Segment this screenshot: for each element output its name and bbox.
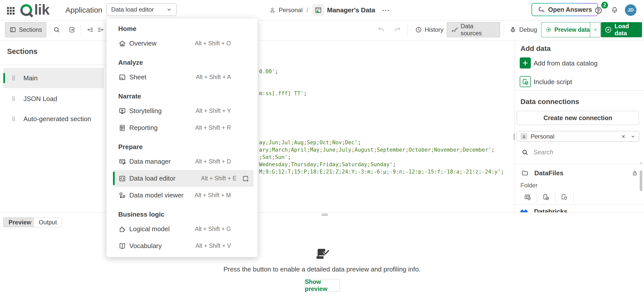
navigation-menu: HomeOverviewAlt + Shift + OAnalyzeSheetA… bbox=[106, 18, 258, 257]
menu-item-data-model-viewer[interactable]: Data model viewerAlt + Shift + M bbox=[113, 187, 254, 204]
section-item-label: Main bbox=[23, 74, 37, 82]
include-script-label[interactable]: Include script bbox=[534, 78, 572, 86]
undo-button[interactable] bbox=[376, 24, 386, 35]
editor-toolbar: Sections History Data sources Debug Prev… bbox=[0, 20, 644, 41]
breadcrumb-overflow-button[interactable]: ⋯ bbox=[382, 6, 390, 15]
comment-button[interactable] bbox=[67, 24, 77, 35]
show-preview-button[interactable]: Show preview bbox=[305, 279, 340, 292]
panel-divider bbox=[515, 90, 644, 91]
indent-button[interactable] bbox=[85, 24, 95, 35]
create-connection-button[interactable]: Create new connection bbox=[517, 111, 639, 125]
menu-item-sheet[interactable]: SheetAlt + Shift + A bbox=[113, 69, 254, 86]
preview-data-button[interactable]: Preview data bbox=[541, 22, 601, 37]
data-manager-icon bbox=[118, 158, 126, 166]
open-new-tab-icon[interactable] bbox=[242, 175, 249, 182]
scroll-up-icon[interactable] bbox=[639, 161, 643, 165]
menu-item-label: Overview bbox=[129, 40, 156, 47]
notifications-button[interactable] bbox=[611, 6, 619, 14]
app-doc-icon bbox=[314, 6, 322, 14]
bug-icon bbox=[509, 26, 517, 33]
section-item-label: Auto-generated section bbox=[23, 115, 91, 123]
top-bar: lik Application Data load editor Persona… bbox=[0, 0, 644, 20]
menu-item-storytelling[interactable]: StorytellingAlt + Shift + Y bbox=[113, 103, 254, 119]
section-item-json-load[interactable]: JSON Load bbox=[3, 89, 104, 109]
menu-item-label: Vocabulary bbox=[129, 242, 162, 250]
clear-filter-icon[interactable] bbox=[621, 134, 626, 139]
active-indicator bbox=[3, 73, 5, 83]
menu-item-label: Reporting bbox=[129, 124, 158, 132]
menu-item-label: Logical model bbox=[129, 225, 170, 233]
code-line: 0.00'; bbox=[259, 68, 278, 75]
menu-item-data-load-editor[interactable]: Data load editorAlt + Shift + E bbox=[113, 170, 254, 187]
redo-button[interactable] bbox=[392, 24, 403, 35]
add-from-catalog-label[interactable]: Add from data catalog bbox=[534, 59, 597, 67]
search-button[interactable] bbox=[51, 24, 62, 35]
drag-handle-icon[interactable] bbox=[11, 96, 17, 102]
menu-item-reporting[interactable]: ReportingAlt + Shift + R bbox=[113, 119, 254, 136]
data-model-icon bbox=[118, 191, 126, 199]
load-data-button[interactable]: Load data bbox=[601, 22, 642, 37]
scrollbar-thumb[interactable] bbox=[640, 170, 642, 191]
add-from-catalog-button[interactable] bbox=[520, 57, 531, 69]
script-refresh-icon[interactable] bbox=[555, 193, 573, 201]
chevron-down-icon[interactable] bbox=[630, 134, 635, 139]
sidebar-divider bbox=[0, 65, 107, 65]
menu-section-header: Analyze bbox=[106, 56, 258, 69]
preview-message: Press the button to enable a detailed da… bbox=[0, 265, 644, 273]
table-check-icon[interactable] bbox=[518, 193, 537, 201]
help-button[interactable] bbox=[594, 6, 603, 15]
include-script-button[interactable] bbox=[520, 76, 531, 87]
connection-item-databricks[interactable]: Databricks bbox=[515, 206, 638, 212]
connections-scrollbar[interactable] bbox=[640, 165, 642, 212]
person-icon bbox=[522, 134, 526, 139]
tab-preview[interactable]: Preview bbox=[3, 218, 37, 227]
avatar[interactable]: JD bbox=[625, 4, 636, 16]
open-answers-button[interactable]: Open Answers bbox=[532, 3, 598, 16]
add-data-panel: Add data Add from data catalog Include s… bbox=[515, 41, 644, 212]
lock-icon bbox=[631, 170, 638, 177]
connection-search[interactable] bbox=[521, 147, 632, 157]
logical-model-icon bbox=[118, 225, 126, 233]
menu-item-shortcut: Alt + Shift + R bbox=[195, 124, 231, 131]
script-check-icon[interactable] bbox=[537, 193, 555, 201]
splitter-handle[interactable] bbox=[322, 214, 328, 216]
menu-item-shortcut: Alt + Shift + A bbox=[196, 74, 231, 81]
sections-title: Sections bbox=[7, 47, 37, 56]
help-badge: 2 bbox=[601, 2, 608, 9]
menu-section-header: Narrate bbox=[106, 90, 258, 103]
breadcrumb-app-name[interactable]: Manager's Data bbox=[327, 6, 375, 14]
drag-handle-icon[interactable] bbox=[11, 116, 17, 122]
home-icon bbox=[118, 40, 126, 48]
connection-item-datafiles[interactable]: DataFiles bbox=[515, 167, 638, 179]
menu-item-vocabulary[interactable]: VocabularyAlt + Shift + V bbox=[113, 237, 254, 254]
connection-search-input[interactable] bbox=[533, 148, 614, 156]
menu-item-overview[interactable]: OverviewAlt + Shift + O bbox=[113, 35, 254, 52]
outdent-button[interactable] bbox=[96, 24, 106, 35]
section-item-label: JSON Load bbox=[23, 95, 57, 103]
menu-item-label: Data load editor bbox=[129, 175, 176, 182]
chevron-down-icon bbox=[593, 27, 598, 32]
space-filter[interactable]: Personal bbox=[517, 131, 639, 142]
tab-output[interactable]: Output bbox=[33, 218, 62, 227]
view-selector[interactable]: Data load editor bbox=[106, 3, 177, 16]
menu-item-logical-model[interactable]: Logical modelAlt + Shift + G bbox=[113, 221, 254, 237]
sections-toggle-button[interactable]: Sections bbox=[5, 22, 46, 37]
section-item-auto-generated-section[interactable]: Auto-generated section bbox=[3, 109, 104, 129]
menu-item-data-manager[interactable]: Data managerAlt + Shift + D bbox=[113, 153, 254, 170]
app-switcher-icon[interactable] bbox=[6, 6, 16, 16]
qlik-q-mark bbox=[20, 3, 34, 17]
debug-button[interactable]: Debug bbox=[505, 22, 541, 37]
panel-splitter-handle[interactable] bbox=[513, 133, 515, 140]
open-answers-label: Open Answers bbox=[548, 6, 592, 13]
debug-label: Debug bbox=[519, 26, 537, 33]
drag-handle-icon[interactable] bbox=[11, 75, 17, 81]
data-sources-button[interactable]: Data sources bbox=[447, 22, 500, 37]
question-icon bbox=[594, 6, 603, 15]
panel-divider bbox=[515, 204, 644, 204]
breadcrumb-space[interactable]: Personal bbox=[279, 7, 303, 14]
history-button[interactable]: History bbox=[411, 22, 448, 37]
history-label: History bbox=[425, 26, 444, 33]
preview-data-menu-button[interactable] bbox=[590, 22, 600, 37]
section-item-main[interactable]: Main bbox=[3, 68, 104, 88]
menu-item-label: Sheet bbox=[129, 73, 146, 81]
